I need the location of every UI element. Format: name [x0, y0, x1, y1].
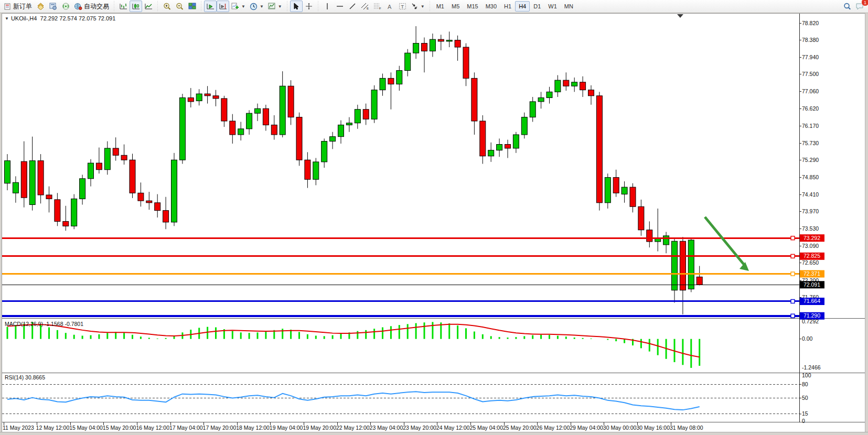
data-window-icon: [49, 3, 57, 10]
svg-text:78.380: 78.380: [802, 37, 819, 43]
new-order-button[interactable]: 新订单: [2, 1, 34, 12]
zoom-out-button[interactable]: [173, 1, 186, 12]
svg-text:31 May 08:00: 31 May 08:00: [670, 425, 703, 431]
tile-windows-button[interactable]: [186, 1, 198, 12]
arrows-tool-button[interactable]: ▼: [409, 1, 427, 12]
timeframe-button-mn[interactable]: MN: [561, 1, 577, 12]
line-handle[interactable]: [791, 254, 795, 258]
templates-button[interactable]: ▼: [266, 1, 284, 12]
label-tool-button[interactable]: T: [397, 1, 409, 12]
toolbar-separator: [317, 1, 319, 12]
horizontal-line-tool-button[interactable]: [334, 1, 346, 12]
svg-text:30 May 16:00: 30 May 16:00: [636, 425, 670, 431]
price-badge-text: 73.292: [803, 235, 820, 241]
candle-body: [263, 108, 269, 125]
candle-body: [621, 187, 627, 194]
trendline-tool-button[interactable]: [346, 1, 359, 12]
candle-body: [230, 121, 235, 135]
clock-icon: [250, 3, 258, 10]
candle-body: [71, 199, 77, 226]
candle-body: [255, 108, 261, 113]
signals-icon: [62, 3, 70, 10]
svg-text:15 May 04:00: 15 May 04:00: [69, 425, 103, 431]
dropdown-caret: ▼: [278, 4, 282, 9]
indicators-button[interactable]: ▼: [229, 1, 248, 12]
svg-text:100: 100: [802, 372, 811, 378]
dropdown-caret: ▼: [421, 4, 425, 9]
signals-button[interactable]: [59, 1, 72, 12]
candle-body: [96, 163, 102, 170]
zoom-in-button[interactable]: [160, 1, 173, 12]
candle-body: [355, 110, 360, 123]
periods-button[interactable]: ▼: [248, 1, 266, 12]
candle-body: [188, 97, 194, 101]
channel-tool-button[interactable]: E: [359, 1, 371, 12]
zoom-in-icon: [163, 3, 171, 10]
candle-body: [521, 117, 527, 135]
svg-text:23 May 04:00: 23 May 04:00: [370, 425, 403, 431]
svg-text:26 May 12:00: 26 May 12:00: [537, 425, 570, 431]
trendline-icon: [349, 3, 356, 10]
text-icon: A: [387, 3, 393, 10]
svg-text:80: 80: [802, 381, 808, 387]
timeframe-button-h1[interactable]: H1: [500, 1, 515, 12]
timeframe-button-h4[interactable]: H4: [515, 1, 530, 12]
candle-body: [546, 92, 552, 97]
price-badge-text: 72.371: [803, 270, 820, 277]
autotrading-icon: [74, 3, 82, 10]
candle-body: [138, 193, 144, 201]
candle-body: [397, 71, 402, 84]
text-label-icon: T: [399, 3, 406, 10]
chart-bars-button[interactable]: [117, 1, 130, 12]
svg-text:24 May 12:00: 24 May 12:00: [436, 425, 470, 431]
line-handle[interactable]: [791, 314, 795, 318]
line-handle[interactable]: [791, 299, 795, 303]
candle-body: [388, 78, 394, 84]
candle-body: [146, 201, 152, 203]
svg-text:E: E: [367, 7, 369, 10]
svg-text:77.500: 77.500: [802, 71, 819, 77]
chart-shift-button[interactable]: [217, 1, 229, 12]
chart-candles-button[interactable]: [130, 1, 142, 12]
market-watch-button[interactable]: [34, 1, 47, 12]
svg-text:25 May 20:00: 25 May 20:00: [503, 425, 537, 431]
search-button[interactable]: [841, 1, 853, 12]
horizontal-line-icon: [336, 3, 344, 9]
ohlc-values: 72.292 72.574 72.075 72.091: [40, 15, 116, 21]
text-tool-button[interactable]: A: [384, 1, 397, 12]
timeframe-button-m1[interactable]: M1: [433, 1, 448, 12]
candle-body: [280, 86, 285, 135]
candle-body: [588, 90, 594, 96]
indicators-add-icon: [231, 3, 239, 10]
autotrading-button[interactable]: 自动交易: [72, 1, 111, 12]
svg-text:19 May 20:00: 19 May 20:00: [303, 425, 336, 431]
chart-line-button[interactable]: [142, 1, 155, 12]
candle-body: [630, 187, 636, 206]
auto-scroll-button[interactable]: [204, 1, 217, 12]
svg-text:72.650: 72.650: [802, 259, 819, 266]
fibonacci-tool-button[interactable]: F: [371, 1, 384, 12]
line-handle[interactable]: [791, 236, 795, 240]
data-window-button[interactable]: [47, 1, 59, 12]
collapse-triangle-icon[interactable]: ▼: [5, 16, 9, 21]
candle-body: [605, 178, 610, 203]
timeframe-button-m30[interactable]: M30: [482, 1, 500, 12]
vertical-line-tool-button[interactable]: [321, 1, 334, 12]
notifications-button[interactable]: 1: [853, 1, 866, 12]
candle-body: [55, 200, 60, 222]
macd-indicator-label: MACD(12,26,9) -1.1568 -0.7801: [5, 321, 83, 327]
zoom-out-icon: [176, 3, 184, 10]
crosshair-tool-button[interactable]: [303, 1, 315, 12]
candle-body: [271, 125, 277, 135]
timeframe-button-m5[interactable]: M5: [448, 1, 463, 12]
chart-canvas[interactable]: 78.82078.38077.94077.50077.06076.62076.1…: [0, 0, 868, 435]
svg-text:29 May 04:00: 29 May 04:00: [570, 425, 603, 431]
cursor-tool-button[interactable]: [290, 1, 303, 12]
line-handle[interactable]: [791, 272, 795, 276]
timeframe-button-d1[interactable]: D1: [530, 1, 544, 12]
new-order-label: 新订单: [13, 2, 32, 11]
timeframe-button-w1[interactable]: W1: [544, 1, 561, 12]
timeframe-button-m15[interactable]: M15: [463, 1, 481, 12]
price-badge-text: 72.825: [803, 253, 820, 259]
candle-body: [680, 241, 685, 290]
